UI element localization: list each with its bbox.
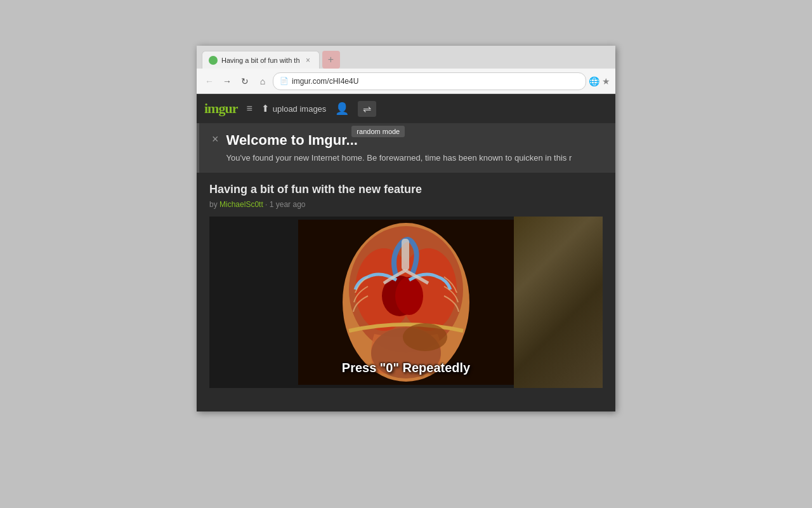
shuffle-container: ⇌ random mode (358, 103, 376, 115)
welcome-banner: × Welcome to Imgur... You've found your … (197, 123, 615, 173)
new-tab-button[interactable]: + (322, 51, 340, 69)
svg-point-6 (395, 277, 423, 315)
welcome-text: You've found your new Internet home. Be … (226, 152, 572, 164)
upload-label: upload images (273, 104, 327, 114)
back-button[interactable]: ← (202, 74, 217, 89)
browser-window: Having a bit of fun with th × + ← → ↻ ⌂ … (197, 46, 615, 411)
person-icon[interactable]: 👤 (335, 102, 349, 116)
browser-addressbar: ← → ↻ ⌂ 📄 🌐 ★ (197, 69, 615, 94)
imgur-post: Having a bit of fun with the new feature… (197, 173, 615, 398)
imgur-app: imgur ≡ ⬆ upload images 👤 ⇌ random mode … (197, 94, 615, 411)
image-caption: Press "0" Repeatedly (342, 361, 470, 375)
url-input[interactable] (292, 77, 579, 86)
tab-favicon (209, 56, 218, 65)
imgur-navbar: imgur ≡ ⬆ upload images 👤 ⇌ random mode (197, 94, 615, 123)
address-icons: 🌐 ★ (589, 76, 610, 86)
post-meta: by MichaelSc0tt · 1 year ago (209, 200, 603, 209)
post-image-container: Press "0" Repeatedly (209, 217, 603, 388)
post-author-link[interactable]: MichaelSc0tt (219, 200, 263, 209)
tab-close-button[interactable]: × (304, 56, 313, 65)
post-by-label: by (209, 200, 218, 209)
globe-icon: 🌐 (589, 76, 599, 86)
home-button[interactable]: ⌂ (255, 74, 270, 89)
anatomy-image (298, 220, 514, 385)
shuffle-button[interactable]: ⇌ (358, 101, 376, 117)
welcome-content: Welcome to Imgur... You've found your ne… (226, 132, 572, 164)
svg-point-8 (403, 323, 447, 351)
post-separator: · (265, 200, 267, 209)
svg-rect-9 (402, 239, 409, 271)
tab-title: Having a bit of fun with th (221, 57, 300, 64)
upload-button[interactable]: ⬆ upload images (261, 103, 327, 114)
lock-icon: 📄 (280, 77, 289, 85)
welcome-close-button[interactable]: × (212, 133, 219, 145)
menu-icon[interactable]: ≡ (246, 103, 252, 114)
post-title: Having a bit of fun with the new feature (209, 183, 603, 196)
browser-tab[interactable]: Having a bit of fun with th × (202, 51, 320, 69)
post-time: 1 year ago (270, 200, 306, 209)
refresh-button[interactable]: ↻ (237, 74, 252, 89)
address-bar[interactable]: 📄 (273, 72, 586, 90)
browser-titlebar: Having a bit of fun with th × + (197, 46, 615, 69)
imgur-logo[interactable]: imgur (204, 100, 237, 117)
bookmark-icon[interactable]: ★ (602, 76, 610, 86)
forward-button[interactable]: → (219, 74, 235, 89)
random-mode-tooltip: random mode (351, 126, 405, 137)
upload-icon: ⬆ (261, 103, 270, 114)
